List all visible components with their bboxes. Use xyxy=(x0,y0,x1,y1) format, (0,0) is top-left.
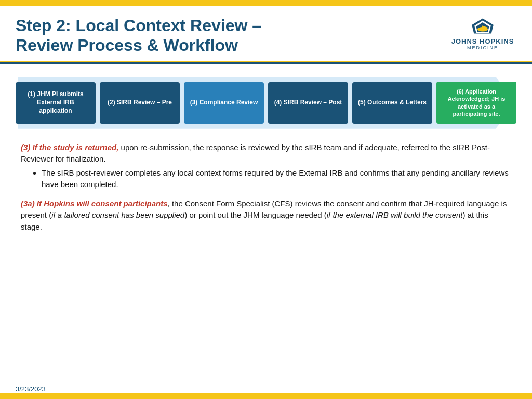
title-line1: Step 2: Local Context Review – xyxy=(16,16,261,35)
title-line2: Review Process & Workflow xyxy=(16,36,238,55)
block3a-italic1: if a tailored consent has been supplied xyxy=(51,210,184,219)
step-4-box: (4) SIRB Review – Post xyxy=(268,82,348,124)
block3a-rest2: ) or point out the JHM language needed ( xyxy=(184,210,327,219)
block3a-underline: Consent Form Specialist (CFS) xyxy=(185,199,293,208)
step-6-label: (6) Application Acknowledged; JH is acti… xyxy=(441,88,512,117)
bullet-1-text: The sIRB post-reviewer completes any loc… xyxy=(42,168,509,189)
logo: JOHNS HOPKINS MEDICINE xyxy=(449,16,516,50)
block3a-italic2: if the external IRB will build the conse… xyxy=(327,210,463,219)
header: Step 2: Local Context Review – Review Pr… xyxy=(0,6,532,62)
step-5-box: (5) Outcomes & Letters xyxy=(352,82,432,124)
step-2-label: (2) SIRB Review – Pre xyxy=(108,99,172,107)
step-4-label: (4) SIRB Review – Post xyxy=(274,99,342,107)
block3a-red-italic: If Hopkins will consent participants xyxy=(37,199,168,208)
block3-text: (3) If the study is returned, upon re-su… xyxy=(21,142,511,165)
step-6-box: (6) Application Acknowledged; JH is acti… xyxy=(436,82,516,124)
content-block-3a: (3a) If Hopkins will consent participant… xyxy=(21,198,511,233)
block3-red-italic: If the study is returned, xyxy=(33,143,119,152)
workflow-section: (1) JHM PI submits External IRB applicat… xyxy=(0,64,532,137)
logo-name: JOHNS HOPKINS xyxy=(451,37,514,45)
step-2-box: (2) SIRB Review – Pre xyxy=(100,82,180,124)
logo-subtitle: MEDICINE xyxy=(467,45,498,50)
svg-rect-4 xyxy=(482,26,483,30)
step-1-box: (1) JHM PI submits External IRB applicat… xyxy=(16,82,96,124)
block3a-normal-after: , the xyxy=(168,199,185,208)
page-title: Step 2: Local Context Review – Review Pr… xyxy=(16,16,261,56)
top-bar xyxy=(0,0,532,6)
bullet-item-1: The sIRB post-reviewer completes any loc… xyxy=(42,167,511,191)
block3a-number: (3a) xyxy=(21,199,35,208)
footer: 3/23/2023 xyxy=(16,385,46,393)
content-section: (3) If the study is returned, upon re-su… xyxy=(0,137,532,246)
steps-row: (1) JHM PI submits External IRB applicat… xyxy=(16,74,516,131)
step-3-box: (3) Compliance Review xyxy=(184,82,264,124)
block3a-text: (3a) If Hopkins will consent participant… xyxy=(21,198,511,233)
step-5-label: (5) Outcomes & Letters xyxy=(358,99,427,107)
jhm-logo-icon xyxy=(470,16,496,36)
content-block-3: (3) If the study is returned, upon re-su… xyxy=(21,142,511,191)
footer-date: 3/23/2023 xyxy=(16,385,46,393)
block3-bullets: The sIRB post-reviewer completes any loc… xyxy=(42,167,511,191)
step-3-label: (3) Compliance Review xyxy=(190,99,258,107)
bottom-bar xyxy=(0,393,532,399)
block3-number: (3) xyxy=(21,143,30,152)
workflow-arrow: (1) JHM PI submits External IRB applicat… xyxy=(16,74,516,131)
step-1-label: (1) JHM PI submits External IRB applicat… xyxy=(20,90,91,115)
